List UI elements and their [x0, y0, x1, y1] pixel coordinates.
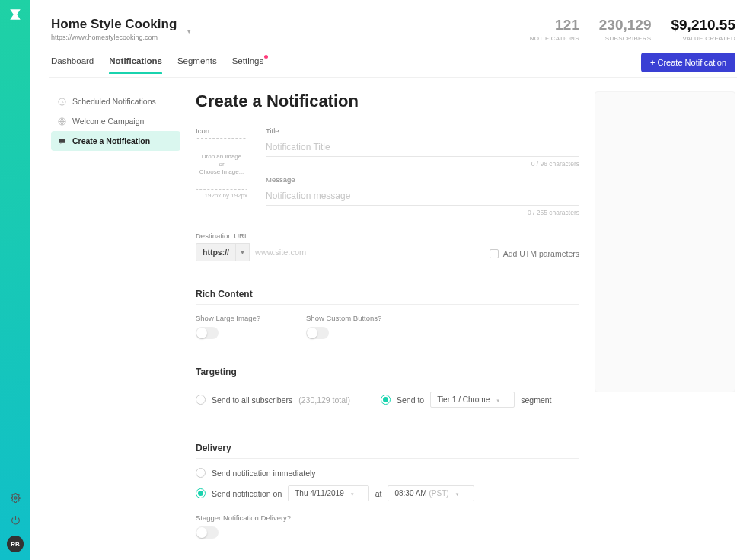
tab-segments[interactable]: Segments [177, 56, 217, 73]
gear-icon[interactable] [11, 493, 21, 503]
tab-settings[interactable]: Settings [232, 56, 264, 73]
stagger-toggle[interactable] [196, 526, 219, 539]
sub-navigation: Scheduled Notifications Welcome Campaign… [51, 91, 180, 539]
site-switcher[interactable]: Home Style Cooking https://www.homestyle… [51, 17, 192, 41]
tab-dashboard[interactable]: Dashboard [51, 56, 94, 73]
svg-point-0 [14, 497, 16, 499]
power-icon[interactable] [11, 515, 21, 525]
sidebar-item-create[interactable]: Create a Notification [51, 131, 180, 151]
icon-dimensions-hint: 192px by 192px [196, 192, 247, 199]
svg-rect-4 [59, 139, 65, 143]
custom-buttons-toggle[interactable] [306, 327, 329, 339]
stat-notifications: 121 NOTIFICATIONS [530, 17, 579, 42]
chevron-down-icon[interactable]: ▼ [235, 243, 250, 261]
top-header: Home Style Cooking https://www.homestyle… [49, 0, 737, 42]
chevron-down-icon: ▼ [186, 28, 192, 35]
message-char-count: 0 / 255 characters [266, 209, 579, 216]
title-label: Title [266, 126, 579, 135]
radio-icon [196, 488, 206, 498]
chevron-down-icon: ▼ [455, 492, 460, 497]
destination-url-input[interactable] [250, 243, 476, 261]
custom-buttons-label: Show Custom Buttons? [306, 314, 381, 322]
chevron-down-icon: ▼ [350, 492, 355, 497]
notification-preview [595, 91, 735, 392]
message-label: Message [266, 175, 579, 184]
radio-icon [381, 395, 391, 405]
segment-select[interactable]: Tier 1 / Chrome▼ [430, 392, 515, 408]
title-input[interactable] [266, 138, 579, 157]
targeting-all-radio[interactable]: Send to all subscribers (230,129 total) [196, 395, 350, 405]
destination-label: Destination URL [196, 232, 476, 240]
sidebar-item-welcome[interactable]: Welcome Campaign [51, 111, 180, 131]
large-image-label: Show Large Image? [196, 314, 260, 322]
notification-dot-icon [264, 55, 268, 59]
sidebar-item-scheduled[interactable]: Scheduled Notifications [51, 91, 180, 111]
url-scheme-select[interactable]: https:// [196, 243, 235, 261]
page-title: Create a Notification [196, 91, 579, 111]
icon-dropzone[interactable]: Drop an image or Choose Image... [196, 138, 247, 190]
chevron-down-icon: ▼ [496, 398, 500, 403]
stat-subscribers: 230,129 SUBSCRIBERS [599, 17, 652, 42]
icon-label: Icon [196, 126, 247, 135]
large-image-toggle[interactable] [196, 327, 219, 339]
radio-icon [196, 395, 206, 405]
message-input[interactable] [266, 187, 579, 206]
rich-content-heading: Rich Content [196, 289, 579, 305]
delivery-immediate-radio[interactable]: Send notification immediately [196, 468, 579, 478]
app-sidebar: RB [0, 0, 30, 560]
site-url: https://www.homestylecooking.com [51, 34, 177, 41]
delivery-time-select[interactable]: 08:30 AM (PST)▼ [388, 485, 474, 501]
stat-value-created: $9,210.55 VALUE CREATED [671, 17, 735, 42]
avatar[interactable]: RB [7, 536, 24, 552]
create-notification-button[interactable]: + Create Notification [641, 53, 735, 72]
targeting-heading: Targeting [196, 366, 579, 382]
message-icon [57, 136, 66, 146]
radio-icon [196, 468, 206, 478]
add-utm-checkbox[interactable]: Add UTM parameters [490, 249, 579, 261]
delivery-heading: Delivery [196, 443, 579, 459]
site-name: Home Style Cooking [51, 17, 177, 32]
globe-icon [57, 117, 66, 126]
checkbox-icon [490, 249, 499, 258]
delivery-scheduled-radio[interactable]: Send notification on Thu 4/11/2019▼ at 0… [196, 485, 579, 501]
targeting-segment-radio[interactable]: Send to Tier 1 / Chrome▼ segment [381, 392, 552, 408]
clock-icon [57, 97, 66, 106]
logo-icon[interactable] [8, 8, 22, 24]
title-char-count: 0 / 96 characters [266, 160, 579, 168]
delivery-date-select[interactable]: Thu 4/11/2019▼ [288, 485, 368, 501]
stagger-label: Stagger Notification Delivery? [196, 514, 579, 522]
tab-notifications[interactable]: Notifications [109, 56, 162, 73]
